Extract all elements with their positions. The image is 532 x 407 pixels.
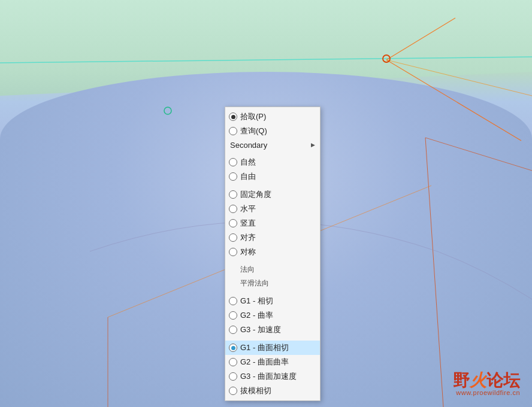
menu-item-query[interactable]: 查询(Q)	[225, 124, 320, 138]
radio-fixed-angle	[229, 190, 237, 199]
radio-natural	[229, 158, 237, 166]
radio-g2-curvature	[229, 311, 237, 320]
menu-label-pick: 拾取(P)	[240, 111, 266, 122]
context-menu: 拾取(P) 查询(Q) Secondary ▶ 自然 自由 固定角度 水平 竖直	[225, 107, 321, 401]
menu-label-query: 查询(Q)	[240, 126, 267, 136]
watermark-luntan: 论坛	[486, 371, 520, 390]
radio-g1-surf-tangent	[229, 344, 237, 352]
menu-label-g1-tangent: G1 - 相切	[240, 296, 273, 306]
watermark: 野火论坛 www.proewildfire.cn	[453, 372, 520, 396]
menu-item-align[interactable]: 对齐	[225, 230, 320, 245]
watermark-ye: 野	[453, 371, 470, 390]
submenu-arrow-icon: ▶	[311, 142, 315, 148]
radio-align	[229, 233, 237, 242]
menu-item-draft-tangent[interactable]: 拔模相切	[225, 384, 320, 398]
menu-label-g3-surf-accel: G3 - 曲面加速度	[240, 371, 297, 382]
menu-label-horizontal: 水平	[240, 204, 256, 214]
watermark-title: 野火论坛	[453, 372, 520, 389]
radio-symmetric	[229, 248, 237, 256]
menu-item-vertical[interactable]: 竖直	[225, 216, 320, 230]
menu-item-g1-tangent[interactable]: G1 - 相切	[225, 294, 320, 308]
menu-label-vertical: 竖直	[240, 218, 256, 229]
radio-pick	[229, 113, 237, 121]
menu-label-normal: 法向	[229, 265, 255, 275]
menu-label-symmetric: 对称	[240, 247, 256, 257]
menu-label-smooth-normal: 平滑法向	[229, 278, 269, 288]
svg-line-7	[425, 138, 532, 171]
radio-g2-surf-curvature	[229, 358, 237, 366]
menu-item-g3-accel[interactable]: G3 - 加速度	[225, 323, 320, 337]
menu-item-g3-surf-accel[interactable]: G3 - 曲面加速度	[225, 369, 320, 384]
menu-label-natural: 自然	[240, 157, 256, 168]
menu-label-free: 自由	[240, 171, 256, 182]
menu-item-pick[interactable]: 拾取(P)	[225, 110, 320, 124]
menu-item-fixed-angle[interactable]: 固定角度	[225, 187, 320, 202]
svg-line-1	[386, 60, 521, 141]
radio-g1-tangent	[229, 297, 237, 305]
menu-item-natural[interactable]: 自然	[225, 155, 320, 169]
svg-point-4	[164, 107, 171, 114]
radio-draft-tangent	[229, 387, 237, 395]
menu-label-align: 对齐	[240, 232, 256, 243]
menu-item-smooth-normal[interactable]: 平滑法向	[225, 277, 320, 290]
svg-line-6	[425, 138, 443, 407]
menu-label-secondary: Secondary	[230, 141, 311, 150]
watermark-url: www.proewildfire.cn	[456, 389, 520, 396]
svg-line-3	[386, 60, 532, 96]
menu-label-g2-curvature: G2 - 曲率	[240, 310, 273, 321]
svg-line-2	[386, 18, 455, 60]
menu-item-g2-surf-curvature[interactable]: G2 - 曲面曲率	[225, 355, 320, 369]
radio-g3-accel	[229, 326, 237, 334]
watermark-fire-icon: 火	[470, 371, 486, 390]
menu-item-horizontal[interactable]: 水平	[225, 202, 320, 216]
svg-line-0	[0, 57, 532, 63]
menu-item-normal[interactable]: 法向	[225, 263, 320, 277]
menu-item-symmetric[interactable]: 对称	[225, 245, 320, 259]
menu-label-g3-accel: G3 - 加速度	[240, 324, 281, 335]
radio-query	[229, 127, 237, 135]
radio-vertical	[229, 219, 237, 227]
radio-free	[229, 172, 237, 181]
menu-label-draft-tangent: 拔模相切	[240, 385, 271, 396]
menu-item-g2-curvature[interactable]: G2 - 曲率	[225, 308, 320, 323]
menu-item-g1-surf-tangent[interactable]: G1 - 曲面相切	[225, 341, 320, 355]
menu-item-free[interactable]: 自由	[225, 169, 320, 184]
menu-item-secondary[interactable]: Secondary ▶	[225, 138, 320, 151]
menu-label-g1-surf-tangent: G1 - 曲面相切	[240, 342, 289, 353]
radio-g3-surf-accel	[229, 372, 237, 381]
menu-label-fixed-angle: 固定角度	[240, 189, 271, 200]
radio-horizontal	[229, 205, 237, 213]
menu-label-g2-surf-curvature: G2 - 曲面曲率	[240, 357, 289, 367]
